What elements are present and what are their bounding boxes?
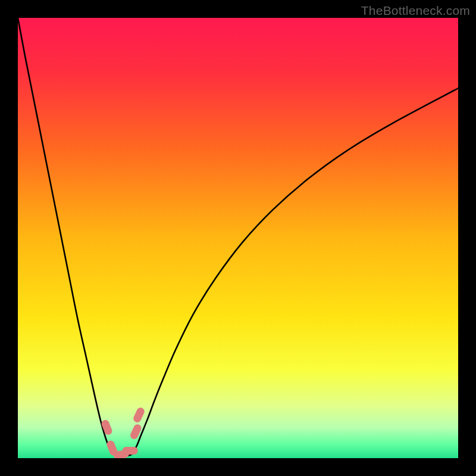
series-left-branch xyxy=(18,18,112,454)
curve-layer xyxy=(18,18,458,458)
plot-area xyxy=(18,18,458,458)
marker-point xyxy=(123,447,138,455)
marker-point xyxy=(132,406,146,424)
outer-frame: TheBottleneck.com xyxy=(0,0,476,476)
series-right-branch xyxy=(132,88,458,453)
watermark-text: TheBottleneck.com xyxy=(361,4,470,18)
